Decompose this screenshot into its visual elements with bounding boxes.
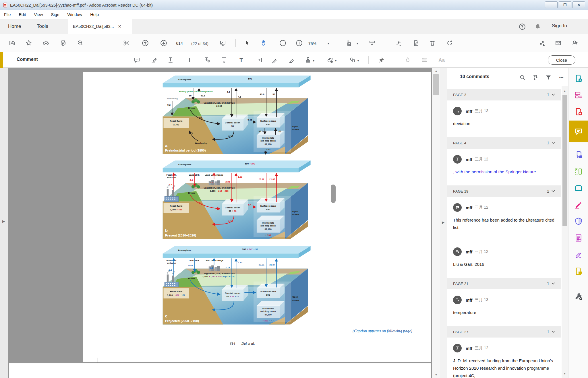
highlight-text-icon[interactable]	[149, 55, 160, 65]
compress-pdf-icon[interactable]	[574, 184, 583, 192]
share-cloud-icon[interactable]	[40, 37, 52, 49]
restore-button[interactable]: ❐	[559, 1, 571, 8]
fit-width-caret-icon[interactable]: ▾	[357, 42, 358, 45]
comment-item[interactable]: mff 三月 13 temperature	[447, 289, 561, 326]
notifications-bell-icon[interactable]	[534, 23, 541, 30]
zoom-out-icon[interactable]	[277, 37, 289, 49]
edit-pdf-icon[interactable]	[411, 37, 422, 49]
sort-comments-icon[interactable]	[531, 73, 539, 82]
menu-view[interactable]: View	[30, 12, 47, 17]
organize-pages-icon[interactable]	[574, 91, 583, 99]
replace-text-icon[interactable]	[202, 55, 212, 65]
sign-in-button[interactable]: Sign In	[552, 23, 567, 29]
close-comment-button[interactable]: Close	[548, 55, 575, 65]
scroll-up-icon[interactable]: ▲	[562, 90, 568, 92]
text-box-icon[interactable]	[254, 55, 264, 65]
search-comments-icon[interactable]	[519, 73, 527, 82]
add-tools-wrench-icon[interactable]	[574, 292, 583, 301]
add-text-comment-icon[interactable]: T	[236, 55, 246, 65]
sign-pen-icon[interactable]	[393, 37, 404, 49]
pin-icon[interactable]	[376, 55, 386, 65]
page-section-row[interactable]: PAGE 19 2	[447, 185, 561, 197]
help-icon[interactable]	[519, 23, 526, 30]
export-pdf-icon[interactable]	[574, 74, 583, 83]
more-options-icon[interactable]: •••	[557, 73, 565, 82]
create-pdf-icon[interactable]	[574, 107, 583, 116]
expand-panel-icon[interactable]: ▶	[442, 220, 444, 224]
hand-tool-icon[interactable]	[258, 37, 269, 49]
comment-item[interactable]: mff 三月 12 J. D. M. received funding from…	[447, 338, 561, 378]
tab-home[interactable]: Home	[8, 19, 21, 34]
filter-comments-icon[interactable]	[544, 73, 552, 82]
send-for-comments-icon[interactable]	[574, 267, 583, 276]
stamp-caret-icon[interactable]: ▾	[313, 59, 314, 62]
bookmark-star-icon[interactable]	[23, 37, 34, 49]
email-envelope-icon[interactable]	[552, 37, 564, 49]
protect-shield-icon[interactable]	[574, 217, 583, 226]
page-section-row[interactable]: PAGE 3 1	[447, 89, 561, 100]
close-window-button[interactable]: ✕	[572, 1, 585, 8]
scroll-down-icon[interactable]: ▼	[432, 373, 440, 376]
attach-caret-icon[interactable]: ▾	[335, 59, 336, 62]
zoom-level-select[interactable]: 75% ▾	[307, 40, 331, 47]
strikethrough-text-icon[interactable]	[184, 55, 195, 65]
certificates-pen-icon[interactable]	[574, 250, 583, 259]
document-scrollbar-thumb[interactable]	[433, 74, 439, 95]
share-link-icon[interactable]	[536, 37, 548, 49]
print-icon[interactable]	[57, 37, 69, 49]
comment-tool-active[interactable]	[569, 121, 588, 142]
shapes-icon[interactable]	[347, 55, 358, 65]
save-icon[interactable]	[6, 37, 18, 49]
fit-width-icon[interactable]	[343, 37, 355, 49]
draw-pencil-icon[interactable]	[270, 55, 280, 65]
comment-item[interactable]: mff 三月 12 , with the permission of the S…	[447, 149, 561, 185]
scroll-down-icon[interactable]: ▼	[562, 372, 568, 375]
snapshot-scissors-icon[interactable]	[121, 37, 132, 49]
fill-sign-icon[interactable]	[574, 200, 583, 209]
page-number-input[interactable]: 614	[171, 40, 188, 47]
zoom-in-icon[interactable]	[293, 37, 305, 49]
edit-pdf-tool-icon[interactable]	[574, 167, 583, 176]
expand-left-panel-icon[interactable]: ▶	[2, 219, 5, 223]
insert-text-icon[interactable]	[219, 55, 229, 65]
comment-item[interactable]: mff 三月 13 deviation	[447, 100, 561, 137]
sticky-note-icon[interactable]	[132, 55, 142, 65]
shapes-caret-icon[interactable]: ▾	[357, 59, 359, 62]
floating-scroll-indicator[interactable]	[331, 185, 336, 203]
stamp-icon[interactable]	[303, 55, 313, 65]
figure-panel-c: Atmosphere 590+ 347− 53 Fossil fuels 3,7…	[161, 244, 317, 325]
menu-sign[interactable]: Sign	[47, 12, 63, 17]
delete-trash-icon[interactable]	[427, 37, 438, 49]
page-section-row[interactable]: PAGE 27 1	[447, 326, 561, 338]
next-page-icon[interactable]	[158, 37, 169, 49]
comment-item[interactable]: mff 三月 12 Liu & Gan, 2016	[447, 241, 561, 278]
add-person-icon[interactable]	[569, 37, 581, 49]
redact-icon[interactable]	[574, 234, 583, 242]
tab-document[interactable]: EA50CH22_Dai[593... ✕	[68, 19, 132, 34]
search-icon[interactable]	[75, 37, 86, 49]
menu-edit[interactable]: Edit	[15, 12, 30, 17]
scroll-up-icon[interactable]: ▲	[432, 69, 440, 72]
eraser-icon[interactable]	[287, 55, 297, 65]
comment-item[interactable]: mff 三月 12 This reference has been added …	[447, 197, 561, 241]
svg-text:Weathering: Weathering	[195, 142, 207, 144]
previous-page-icon[interactable]	[140, 37, 151, 49]
tab-tools[interactable]: Tools	[37, 19, 48, 34]
select-cursor-icon[interactable]	[242, 37, 253, 49]
menu-help[interactable]: Help	[86, 12, 103, 17]
page-section-row[interactable]: PAGE 4 1	[447, 137, 561, 149]
underline-text-icon[interactable]	[165, 55, 176, 65]
minimize-button[interactable]: ─	[545, 1, 558, 8]
redo-rotate-icon[interactable]	[444, 37, 455, 49]
attach-file-icon[interactable]	[325, 55, 335, 65]
page-section-row[interactable]: PAGE 21 1	[447, 278, 561, 289]
menu-window[interactable]: Window	[63, 12, 86, 17]
combine-files-icon[interactable]	[574, 150, 583, 159]
comments-scrollbar[interactable]: ▲ ▼	[562, 86, 568, 378]
tab-close-icon[interactable]: ✕	[118, 24, 121, 29]
document-scrollbar[interactable]: ▲ ▼	[432, 68, 440, 378]
comments-scrollbar-thumb[interactable]	[562, 95, 567, 226]
toolbar-collapse-icon[interactable]	[366, 37, 378, 49]
menu-file[interactable]: File	[0, 12, 15, 17]
reading-mode-icon[interactable]	[217, 37, 229, 49]
